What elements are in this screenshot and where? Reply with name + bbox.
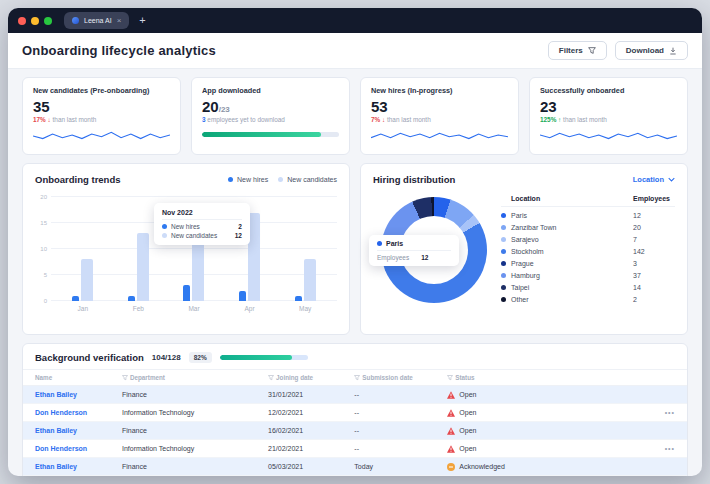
trends-header: Onboarding trends New hires New candidat… (35, 174, 337, 185)
filters-button[interactable]: Filters (548, 41, 607, 60)
col-status[interactable]: Status (441, 370, 647, 386)
maximize-window-button[interactable] (44, 17, 52, 25)
kpi-card-onboarded: Successfully onboarded 23 125% ↑ than la… (529, 77, 688, 155)
verification-progress-fill (220, 355, 292, 360)
employee-link[interactable]: Ethan Bailey (23, 422, 116, 440)
trends-title: Onboarding trends (35, 174, 121, 185)
bar (304, 259, 316, 301)
employee-link[interactable]: Don Henderson (23, 440, 116, 458)
table-row[interactable]: Ethan Bailey Finance 31/01/2021 -- Open (23, 386, 687, 404)
table-row[interactable]: Don Henderson Information Technology 09/… (23, 476, 687, 477)
location-row[interactable]: Prague3 (501, 257, 675, 269)
acknowledged-icon (447, 463, 455, 471)
trends-chart: 20 15 10 5 0 Nov 2022 (35, 197, 337, 301)
kpi-title: New hires (In-progress) (371, 86, 508, 95)
verification-count: 104/128 (152, 353, 181, 362)
kpi-value: 23 (540, 98, 677, 115)
donut-wrapper: Paris Employees 12 (381, 197, 487, 303)
location-row[interactable]: Hamburg37 (501, 269, 675, 281)
col-name[interactable]: Name (23, 370, 116, 386)
pending-note: employees yet to download (207, 116, 284, 123)
bar (72, 296, 79, 301)
location-dot (501, 225, 506, 230)
status-badge: Open (447, 427, 641, 435)
verification-title: Background verification (35, 352, 144, 363)
traffic-lights (18, 17, 52, 25)
legend-new-hires[interactable]: New hires (228, 176, 268, 183)
location-dot (501, 297, 506, 302)
close-window-button[interactable] (18, 17, 26, 25)
y-tick: 5 (44, 272, 47, 278)
kpi-note-line: 3 employees yet to download (202, 116, 339, 123)
bar (81, 259, 93, 301)
employee-link[interactable]: Don Henderson (23, 404, 116, 422)
kpi-delta: 125% ↑ (540, 116, 561, 123)
legend-dot (278, 177, 283, 182)
employee-link[interactable]: Ethan Bailey (23, 386, 116, 404)
trends-x-axis: Jan Feb Mar Apr May (51, 305, 337, 312)
kpi-row: New candidates (Pre-onboarding) 35 17% ↓… (22, 77, 688, 155)
table-row[interactable]: Ethan Bailey Finance 16/02/2021 -- Open (23, 422, 687, 440)
browser-tab[interactable]: Leena AI × (64, 12, 129, 29)
tooltip-dot (162, 233, 167, 238)
bar (183, 285, 190, 301)
table-row[interactable]: Don Henderson Information Technology 21/… (23, 440, 687, 458)
location-row[interactable]: Paris12 (501, 209, 675, 221)
trends-plot: Nov 2022 New hires 2 New candidates 12 (51, 197, 337, 301)
page-header: Onboarding lifecycle analytics Filters D… (8, 33, 702, 69)
verification-progress-track (220, 355, 308, 360)
filter-icon (354, 375, 360, 381)
bar-group-jan (70, 197, 96, 301)
y-tick: 0 (44, 298, 47, 304)
legend-dot (228, 177, 233, 182)
location-row[interactable]: Taipei14 (501, 281, 675, 293)
pending-count: 3 (202, 116, 206, 123)
download-progress-track (202, 132, 339, 137)
tooltip-row: New hires 2 (162, 223, 242, 230)
hiring-distribution-card: Hiring distribution Location Paris (360, 163, 688, 335)
download-button-label: Download (626, 46, 664, 55)
close-tab-icon[interactable]: × (117, 17, 122, 25)
charts-row: Onboarding trends New hires New candidat… (22, 163, 688, 335)
y-tick: 20 (40, 194, 47, 200)
employee-link[interactable]: Don Henderson (23, 476, 116, 477)
location-dot (501, 237, 506, 242)
kpi-delta-line: 125% ↑ than last month (540, 116, 677, 123)
location-row[interactable]: Zanzibar Town20 (501, 221, 675, 233)
location-dot (501, 213, 506, 218)
status-badge: Open (447, 445, 641, 453)
location-row[interactable]: Sarajevo7 (501, 233, 675, 245)
new-tab-button[interactable]: + (139, 15, 145, 26)
location-row[interactable]: Other2 (501, 293, 675, 305)
row-menu-button[interactable]: ••• (647, 476, 687, 477)
col-joining-date[interactable]: Joining date (262, 370, 348, 386)
download-button[interactable]: Download (615, 41, 688, 60)
col-department[interactable]: Department (116, 370, 262, 386)
filters-button-label: Filters (559, 46, 583, 55)
x-tick: Mar (181, 305, 207, 312)
minimize-window-button[interactable] (31, 17, 39, 25)
col-submission-date[interactable]: Submission date (348, 370, 441, 386)
row-menu-button[interactable]: ••• (647, 404, 687, 422)
verification-header: Background verification 104/128 82% (23, 344, 687, 369)
location-table-header: Location Employees (501, 195, 675, 207)
dashboard-main: New candidates (Pre-onboarding) 35 17% ↓… (8, 69, 702, 476)
location-dot (501, 273, 506, 278)
kpi-value-suffix: /23 (219, 105, 230, 114)
browser-window: Leena AI × + Onboarding lifecycle analyt… (8, 8, 702, 476)
distribution-header: Hiring distribution Location (373, 174, 675, 185)
employee-link[interactable]: Ethan Bailey (23, 458, 116, 476)
filter-icon (447, 375, 453, 381)
table-row[interactable]: Ethan Bailey Finance 05/03/2021 Today Ac… (23, 458, 687, 476)
header-actions: Filters Download (548, 41, 688, 60)
row-menu-button[interactable]: ••• (647, 440, 687, 458)
kpi-delta-note: than last month (53, 116, 97, 123)
kpi-value: 20/23 (202, 98, 339, 115)
status-badge: Open (447, 409, 641, 417)
bar-group-feb (125, 197, 151, 301)
table-row[interactable]: Don Henderson Information Technology 12/… (23, 404, 687, 422)
legend-new-candidates[interactable]: New candidates (278, 176, 337, 183)
row-menu-button (647, 458, 687, 476)
location-dropdown[interactable]: Location (633, 175, 675, 184)
location-row[interactable]: Stockholm142 (501, 245, 675, 257)
